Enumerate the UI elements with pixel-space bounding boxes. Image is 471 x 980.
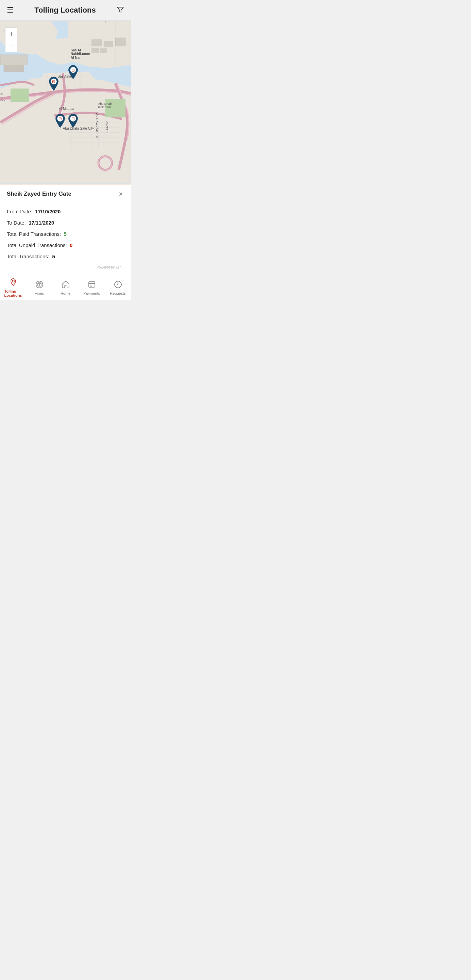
- svg-text:⊡: ⊡: [59, 117, 62, 121]
- info-panel: Sheik Zayed Entry Gate × From Date: 17/1…: [0, 184, 131, 276]
- total-unpaid-label: Total Unpaid Transactions:: [7, 242, 67, 248]
- nav-label-fines: Fines: [35, 291, 44, 295]
- nav-item-home[interactable]: Home: [52, 280, 79, 295]
- svg-rect-45: [100, 49, 107, 53]
- svg-rect-42: [105, 41, 113, 47]
- svg-rect-37: [11, 89, 29, 102]
- svg-rect-39: [0, 55, 27, 65]
- total-unpaid-row: Total Unpaid Transactions: 0: [7, 242, 124, 249]
- map-controls: + −: [5, 27, 17, 52]
- total-paid-row: Total Paid Transactions: 5: [7, 231, 124, 237]
- from-date-label: From Date:: [7, 208, 32, 215]
- to-date-label: To Date:: [7, 220, 26, 226]
- svg-rect-38: [105, 99, 125, 118]
- nav-label-tolling: TollingLocations: [5, 289, 22, 298]
- svg-point-54: [12, 280, 14, 282]
- total-transactions-value: 5: [52, 253, 55, 259]
- powered-by-text: Powered by Esri: [7, 264, 124, 270]
- home-icon: [61, 280, 70, 290]
- zoom-in-button[interactable]: +: [5, 27, 17, 40]
- fines-icon: [35, 280, 44, 290]
- svg-rect-44: [92, 48, 98, 53]
- zoom-out-button[interactable]: −: [5, 40, 17, 52]
- nav-label-requests: Requests: [110, 291, 125, 295]
- hamburger-icon[interactable]: ☰: [7, 6, 14, 14]
- info-divider: [7, 203, 124, 203]
- map-view[interactable]: Sas AlNakhil-ummAl Nar Sas Alnakhl Al Ma…: [0, 21, 131, 184]
- svg-rect-40: [4, 65, 24, 72]
- svg-text:⊡: ⊡: [52, 80, 55, 84]
- bottom-navigation: TollingLocations Fines Home: [0, 276, 131, 300]
- to-date-value: 17/11/2020: [29, 220, 54, 226]
- map-pin-3[interactable]: ⊡: [54, 113, 67, 128]
- page-title: Tolling Locations: [14, 6, 117, 14]
- svg-text:⊡: ⊡: [72, 117, 75, 121]
- total-transactions-row: Total Transactions: 5: [7, 253, 124, 260]
- map-pin-4[interactable]: ⊡: [67, 113, 79, 128]
- info-panel-header: Sheik Zayed Entry Gate ×: [7, 190, 124, 198]
- svg-rect-41: [92, 40, 102, 46]
- nav-item-requests[interactable]: Requests: [105, 280, 131, 295]
- tolling-icon: [9, 278, 18, 288]
- from-date-value: 17/10/2020: [35, 208, 60, 215]
- nav-item-payments[interactable]: Payments: [79, 280, 105, 295]
- map-pin-1[interactable]: ⊡: [47, 76, 60, 91]
- filter-icon[interactable]: [117, 6, 124, 15]
- nav-label-home: Home: [60, 291, 70, 295]
- nav-label-payments: Payments: [83, 291, 100, 295]
- close-button[interactable]: ×: [117, 190, 124, 198]
- payments-icon: [87, 280, 96, 290]
- map-pin-2[interactable]: ⊡: [67, 65, 79, 80]
- total-transactions-label: Total Transactions:: [7, 253, 49, 259]
- nav-item-tolling[interactable]: TollingLocations: [0, 278, 26, 298]
- info-panel-title: Sheik Zayed Entry Gate: [7, 191, 71, 197]
- app-header: ☰ Tolling Locations: [0, 0, 131, 21]
- to-date-row: To Date: 17/11/2020: [7, 219, 124, 226]
- requests-icon: [114, 280, 122, 290]
- total-unpaid-value: 0: [70, 242, 73, 248]
- total-paid-label: Total Paid Transactions:: [7, 231, 61, 237]
- total-paid-value: 5: [64, 231, 67, 237]
- from-date-row: From Date: 17/10/2020: [7, 208, 124, 215]
- nav-item-fines[interactable]: Fines: [26, 280, 52, 295]
- svg-rect-43: [115, 38, 125, 46]
- svg-point-61: [118, 285, 118, 286]
- svg-text:⊡: ⊡: [72, 68, 75, 72]
